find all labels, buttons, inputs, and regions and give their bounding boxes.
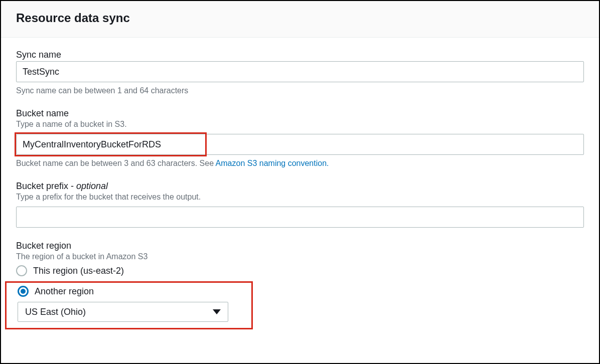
sync-name-input[interactable]: [16, 61, 584, 82]
radio-this-region[interactable]: [16, 265, 27, 276]
s3-naming-link[interactable]: Amazon S3 naming convention.: [216, 159, 329, 167]
region-select[interactable]: US East (Ohio): [18, 302, 228, 322]
bucket-name-subtitle: Type a name of a bucket in S3.: [16, 120, 584, 129]
radio-this-region-label: This region (us-east-2): [33, 266, 124, 276]
chevron-down-icon: [213, 309, 221, 314]
sync-name-label: Sync name: [16, 50, 584, 60]
form-content: Sync name Sync name can be between 1 and…: [1, 38, 599, 348]
highlight-box-another-region: Another region US East (Ohio): [5, 281, 253, 329]
radio-dot-icon: [21, 289, 26, 294]
optional-text: optional: [76, 181, 108, 191]
radio-another-region[interactable]: [18, 286, 29, 297]
bucket-prefix-label-text: Bucket prefix -: [16, 181, 76, 191]
bucket-name-group: Bucket name Type a name of a bucket in S…: [16, 108, 584, 168]
sync-name-hint: Sync name can be between 1 and 64 charac…: [16, 86, 584, 95]
bucket-name-hint: Bucket name can be between 3 and 63 char…: [16, 159, 584, 168]
sync-name-group: Sync name Sync name can be between 1 and…: [16, 50, 584, 95]
panel-header: Resource data sync: [1, 1, 599, 38]
region-select-value: US East (Ohio): [25, 307, 86, 317]
bucket-region-subtitle: The region of a bucket in Amazon S3: [16, 252, 584, 261]
bucket-prefix-group: Bucket prefix - optional Type a prefix f…: [16, 181, 584, 228]
radio-this-region-row[interactable]: This region (us-east-2): [16, 265, 584, 276]
radio-another-region-row[interactable]: Another region: [18, 286, 245, 297]
bucket-prefix-subtitle: Type a prefix for the bucket that receiv…: [16, 193, 584, 202]
bucket-name-label: Bucket name: [16, 108, 584, 119]
bucket-name-input[interactable]: [16, 134, 584, 155]
radio-another-region-label: Another region: [35, 286, 94, 297]
bucket-prefix-input[interactable]: [16, 207, 584, 228]
page-title: Resource data sync: [16, 11, 584, 25]
bucket-prefix-label: Bucket prefix - optional: [16, 181, 584, 192]
bucket-region-label: Bucket region: [16, 241, 584, 251]
bucket-name-hint-text: Bucket name can be between 3 and 63 char…: [16, 159, 216, 167]
bucket-region-group: Bucket region The region of a bucket in …: [16, 241, 584, 329]
